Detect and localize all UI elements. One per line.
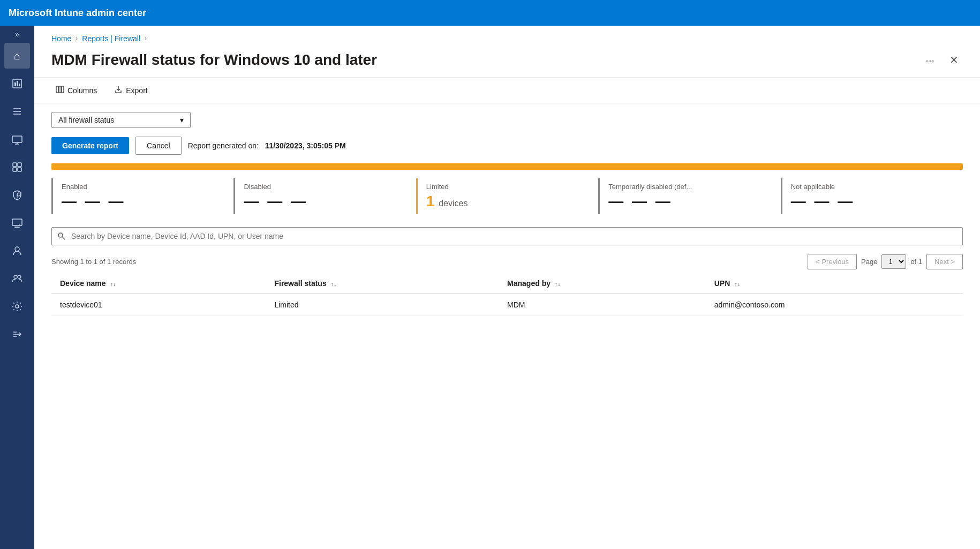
svg-rect-11: [18, 163, 21, 167]
page-label: Page: [861, 258, 877, 266]
svg-point-21: [18, 275, 21, 279]
sidebar-item-devices[interactable]: [4, 126, 30, 152]
generate-report-button[interactable]: Generate report: [51, 137, 129, 154]
stat-disabled: Disabled — — —: [233, 178, 416, 214]
table-header-row: Device name ↑↓ Firewall status ↑↓ Manage…: [51, 274, 963, 294]
cell-device-name: testdevice01: [51, 294, 266, 316]
sidebar-collapse-btn[interactable]: »: [15, 30, 19, 39]
pagination: < Previous Page 1 of 1 Next >: [808, 254, 963, 269]
sort-icon-device-name: ↑↓: [110, 281, 116, 287]
stat-not-applicable-label: Not applicable: [791, 183, 954, 191]
sidebar-item-list[interactable]: [4, 99, 30, 124]
page-select[interactable]: 1: [881, 254, 906, 269]
next-button[interactable]: Next >: [926, 254, 963, 269]
page-header-actions: ··· ✕: [921, 51, 963, 69]
stat-temp-disabled-label: Temporarily disabled (def...: [608, 183, 772, 191]
export-icon: [114, 85, 123, 95]
export-label: Export: [126, 86, 147, 95]
svg-point-14: [17, 193, 20, 196]
svg-rect-2: [17, 81, 18, 86]
close-button[interactable]: ✕: [945, 51, 963, 69]
page-total-label: of 1: [910, 258, 922, 266]
columns-label: Columns: [67, 86, 97, 95]
cancel-button[interactable]: Cancel: [135, 137, 182, 155]
svg-point-20: [14, 275, 17, 279]
svg-rect-7: [12, 136, 22, 142]
export-button[interactable]: Export: [110, 82, 152, 99]
app-title: Microsoft Intune admin center: [9, 7, 146, 19]
search-area: [34, 223, 980, 250]
svg-rect-28: [62, 86, 64, 93]
page-header: MDM Firewall status for Windows 10 and l…: [34, 47, 980, 77]
dropdown-value: All firewall status: [58, 116, 114, 124]
stat-limited-value: 1 devices: [426, 193, 590, 210]
sidebar-item-settings[interactable]: [4, 294, 30, 319]
page-title: MDM Firewall status for Windows 10 and l…: [51, 51, 377, 69]
col-upn[interactable]: UPN ↑↓: [706, 274, 963, 294]
svg-point-22: [16, 305, 19, 308]
sidebar-item-monitor[interactable]: [4, 210, 30, 236]
toolbar: Columns Export: [34, 77, 980, 103]
stat-disabled-label: Disabled: [244, 183, 407, 191]
stat-disabled-value: — — —: [244, 193, 407, 210]
breadcrumb-sep2: ›: [145, 35, 147, 42]
breadcrumb-home[interactable]: Home: [51, 34, 71, 43]
records-count: Showing 1 to 1 of 1 records: [51, 258, 136, 266]
top-bar: Microsoft Intune admin center: [0, 0, 980, 26]
sidebar-item-home[interactable]: ⌂: [4, 43, 30, 69]
svg-rect-10: [13, 163, 17, 167]
breadcrumb-reports[interactable]: Reports | Firewall: [82, 34, 140, 43]
columns-button[interactable]: Columns: [51, 82, 101, 99]
cell-managed-by: MDM: [499, 294, 706, 316]
cell-firewall-status: Limited: [266, 294, 499, 316]
svg-rect-3: [19, 84, 20, 86]
more-options-button[interactable]: ···: [921, 52, 939, 69]
chevron-down-icon: ▾: [180, 116, 184, 124]
svg-rect-17: [14, 227, 20, 228]
stat-limited-label: Limited: [426, 183, 590, 191]
stat-limited: Limited 1 devices: [416, 178, 598, 214]
cell-upn: admin@contoso.com: [706, 294, 963, 316]
sort-icon-managed-by: ↑↓: [555, 281, 561, 287]
stat-temp-disabled-value: — — —: [608, 193, 772, 210]
stat-not-applicable: Not applicable — — —: [781, 178, 963, 214]
search-input[interactable]: [51, 227, 963, 245]
svg-rect-13: [18, 168, 21, 171]
sidebar-item-close[interactable]: [4, 321, 30, 347]
prev-button[interactable]: < Previous: [808, 254, 857, 269]
sidebar: » ⌂: [0, 26, 34, 549]
stat-not-applicable-value: — — —: [791, 193, 954, 210]
sidebar-item-groups[interactable]: [4, 266, 30, 291]
stat-temp-disabled: Temporarily disabled (def... — — —: [598, 178, 780, 214]
report-date: Report generated on: 11/30/2023, 3:05:05…: [188, 141, 346, 150]
firewall-status-dropdown[interactable]: All firewall status ▾: [51, 112, 191, 128]
sidebar-item-security[interactable]: [4, 182, 30, 208]
svg-rect-12: [13, 168, 17, 171]
svg-rect-26: [56, 86, 58, 93]
stat-enabled: Enabled — — —: [51, 178, 233, 214]
col-device-name[interactable]: Device name ↑↓: [51, 274, 266, 294]
actions-row: Generate report Cancel Report generated …: [34, 137, 980, 163]
sidebar-item-apps[interactable]: [4, 154, 30, 180]
table-row[interactable]: testdevice01 Limited MDM admin@contoso.c…: [51, 294, 963, 316]
svg-point-18: [19, 224, 20, 225]
stat-enabled-label: Enabled: [62, 183, 225, 191]
table-area: Showing 1 to 1 of 1 records < Previous P…: [34, 250, 980, 320]
filter-area: All firewall status ▾: [34, 103, 980, 137]
col-firewall-status[interactable]: Firewall status ↑↓: [266, 274, 499, 294]
records-info-row: Showing 1 to 1 of 1 records < Previous P…: [51, 254, 963, 269]
columns-icon: [56, 85, 64, 95]
progress-bar: [51, 163, 963, 170]
stats-row: Enabled — — — Disabled — — — Limited 1 d…: [34, 170, 980, 223]
col-managed-by[interactable]: Managed by ↑↓: [499, 274, 706, 294]
report-date-prefix: Report generated on:: [188, 141, 259, 150]
breadcrumb: Home › Reports | Firewall ›: [34, 26, 980, 47]
breadcrumb-sep1: ›: [76, 35, 78, 42]
sidebar-item-reports[interactable]: [4, 71, 30, 96]
svg-rect-27: [59, 86, 61, 93]
stat-enabled-value: — — —: [62, 193, 225, 210]
sort-icon-firewall-status: ↑↓: [331, 281, 337, 287]
report-date-value: 11/30/2023, 3:05:05 PM: [265, 141, 346, 150]
sidebar-item-users[interactable]: [4, 238, 30, 264]
data-table: Device name ↑↓ Firewall status ↑↓ Manage…: [51, 274, 963, 316]
